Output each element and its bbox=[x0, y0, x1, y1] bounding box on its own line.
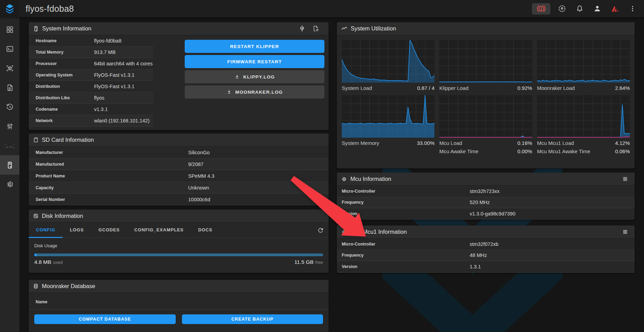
disk-free-suffix: free bbox=[315, 260, 323, 265]
account-icon[interactable] bbox=[591, 3, 603, 15]
chip-icon bbox=[341, 176, 347, 182]
row-value: 913.7 MB bbox=[94, 49, 116, 55]
row-value: 520 MHz bbox=[470, 200, 490, 205]
disk-tabs: CONFIGLOGSGCODESCONFIG_EXAMPLESDOCS bbox=[29, 223, 220, 238]
row-label: Version bbox=[342, 264, 470, 269]
mcu-information-title: Mcu Information bbox=[350, 176, 391, 182]
gear-icon bbox=[6, 181, 14, 188]
table-row: Frequency520 MHz bbox=[337, 197, 635, 209]
chart-stat-value: 0.16% bbox=[517, 140, 532, 146]
sidebar-item-history[interactable] bbox=[0, 97, 19, 117]
chip-icon bbox=[341, 229, 347, 235]
kebab-menu-icon[interactable] bbox=[627, 3, 638, 15]
row-label: Operating System bbox=[36, 73, 94, 77]
chart-line-icon bbox=[341, 25, 348, 32]
row-value: 48 MHz bbox=[470, 252, 487, 258]
table-row: Versionv1.3.0-ga98c9d7390 bbox=[337, 208, 635, 220]
sidebar-item-dashboard[interactable] bbox=[0, 20, 19, 39]
menu-icon[interactable] bbox=[621, 175, 629, 183]
row-label: Distribution bbox=[36, 84, 94, 89]
sidebar-item-console[interactable] bbox=[0, 39, 19, 58]
table-row: CapacityUnknown bbox=[29, 182, 329, 194]
row-value: SPeMM 4.3 bbox=[188, 173, 214, 179]
sd-card-header: SD Card Information bbox=[29, 133, 329, 147]
database-name-column-header: Name bbox=[29, 293, 329, 310]
create-backup-button[interactable]: CREATE BACKUP bbox=[182, 314, 323, 324]
tab-config[interactable]: CONFIG bbox=[29, 223, 63, 238]
harddisk-icon bbox=[33, 213, 39, 219]
sidebar-item-macros[interactable]: {...} bbox=[0, 136, 19, 155]
row-value: wlan0 (192.168.101.142) bbox=[94, 118, 149, 123]
update-icon[interactable] bbox=[556, 3, 568, 15]
table-row: Micro-Controllerstm32f072xb bbox=[337, 239, 635, 250]
row-label: Distribution Like bbox=[36, 95, 94, 100]
chart-stat-value: 0.87 / 4 bbox=[417, 85, 434, 91]
sidebar: {...} bbox=[0, 17, 19, 332]
sidebar-item-machine[interactable] bbox=[0, 155, 19, 175]
mcu-mcu1-information-panel: Mcu Mcu1 Information Micro-Controllerstm… bbox=[337, 225, 635, 273]
cube-scan-icon bbox=[6, 64, 14, 72]
sidebar-item-tune[interactable] bbox=[0, 117, 19, 136]
right-column: System Utilization System Load0.87 / 4 K… bbox=[337, 22, 635, 273]
fly-logo-icon[interactable] bbox=[609, 3, 621, 15]
tab-gcodes[interactable]: GCODES bbox=[91, 223, 127, 238]
mcu-mcu1-information-table: Micro-Controllerstm32f072xbFrequency48 M… bbox=[337, 239, 635, 273]
table-row: Hostnameflyos-fd0ba8 bbox=[29, 35, 153, 47]
moonraker-database-panel: Moonraker Database Name COMPACT DATABASE… bbox=[29, 280, 329, 332]
sd-card-table: ManufacturerSiliconGoManufactured9/2087P… bbox=[29, 147, 329, 205]
klippy-log-button[interactable]: KLIPPY.LOG bbox=[185, 70, 324, 83]
menu-icon[interactable] bbox=[621, 228, 629, 236]
download-icon bbox=[226, 89, 232, 95]
app-bar: flyos-fdoba8 bbox=[0, 0, 644, 17]
row-label: Frequency bbox=[342, 253, 470, 258]
file-icon bbox=[6, 84, 14, 92]
file-refresh-icon[interactable] bbox=[311, 25, 320, 33]
row-label: Codename bbox=[36, 107, 94, 112]
firmware-restart-button[interactable]: FIRMWARE RESTART bbox=[185, 55, 324, 68]
notifications-bell-icon[interactable] bbox=[574, 3, 586, 15]
chart-moonraker-load: Moonraker Load2.64% bbox=[537, 40, 630, 91]
sidebar-item-gcode-preview[interactable] bbox=[0, 58, 19, 78]
history-icon bbox=[6, 103, 14, 111]
moonraker-log-button[interactable]: MOONRAKER.LOG bbox=[185, 85, 324, 99]
tab-logs[interactable]: LOGS bbox=[63, 223, 91, 238]
database-icon bbox=[33, 283, 39, 289]
system-memory-sparkline bbox=[342, 95, 434, 138]
usb-icon[interactable] bbox=[298, 25, 306, 33]
system-load-sparkline bbox=[342, 40, 434, 83]
row-label: Processor bbox=[36, 61, 94, 66]
system-utilization-header: System Utilization bbox=[337, 22, 635, 35]
compact-database-button[interactable]: COMPACT DATABASE bbox=[34, 314, 176, 324]
row-label: Version bbox=[342, 211, 470, 216]
row-value: v1.3.0-ga98c9d7390 bbox=[470, 211, 515, 216]
table-row: Codenamev1.3.1 bbox=[29, 104, 153, 115]
tab-docs[interactable]: DOCS bbox=[191, 223, 220, 238]
system-information-title: System Information bbox=[42, 25, 91, 32]
app-logo[interactable] bbox=[0, 0, 19, 17]
table-row: Micro-Controllerstm32h723xx bbox=[337, 186, 635, 197]
disk-usage-bar bbox=[34, 253, 323, 256]
emergency-stop-button[interactable] bbox=[532, 3, 550, 15]
chart-stat-row: Moonraker Load2.64% bbox=[537, 85, 630, 91]
table-row: Product NameSPeMM 4.3 bbox=[29, 170, 329, 182]
refresh-icon[interactable] bbox=[317, 227, 324, 234]
disk-usage-section: Disk Usage 4.8 MBused 11.5 GBfree bbox=[29, 238, 329, 265]
table-row: DistributionFlyOS-Fast v1.3.1 bbox=[29, 81, 153, 92]
chart-mcu-mcu1: Mcu Mcu1 Load4.12%Mcu Mcu1 Awake Time0.0… bbox=[537, 95, 630, 154]
chart-stat-row: Mcu Load0.16% bbox=[439, 140, 532, 146]
sidebar-item-files[interactable] bbox=[0, 78, 19, 97]
chart-stat-label: System Load bbox=[342, 85, 372, 91]
chart-stat-label: Mcu Mcu1 Load bbox=[537, 140, 574, 146]
table-row: Total Memory913.7 MB bbox=[29, 47, 153, 58]
mcu-information-table: Micro-Controllerstm32h723xxFrequency520 … bbox=[337, 186, 635, 220]
console-icon bbox=[6, 45, 14, 53]
main-content: System Information bbox=[19, 17, 644, 332]
sd-card-title: SD Card Information bbox=[42, 137, 94, 143]
tab-config_examples[interactable]: CONFIG_EXAMPLES bbox=[127, 223, 191, 238]
restart-klipper-button[interactable]: RESTART KLIPPER bbox=[185, 40, 324, 53]
mcu1-load-sparkline bbox=[537, 95, 630, 138]
sidebar-item-settings[interactable] bbox=[0, 175, 19, 194]
system-information-panel: System Information bbox=[29, 22, 329, 130]
disk-information-title: Disk Information bbox=[42, 213, 83, 219]
system-information-actions: RESTART KLIPPER FIRMWARE RESTART KLIPPY.… bbox=[185, 35, 329, 127]
